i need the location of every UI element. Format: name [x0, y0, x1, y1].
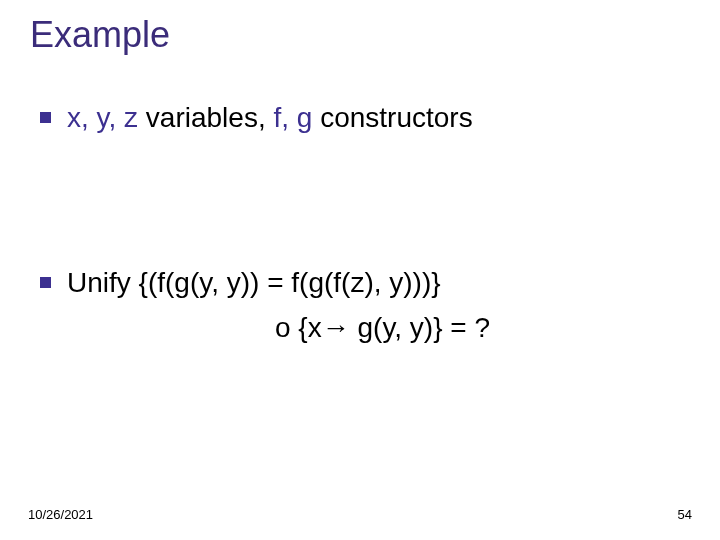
bullet-1-seg4: constructors: [312, 102, 472, 133]
bullet-1-cons: f, g: [273, 102, 312, 133]
slide: Example x, y, z variables, f, g construc…: [0, 0, 720, 540]
bullet-1-seg2: variables,: [138, 102, 273, 133]
slide-title: Example: [30, 14, 170, 56]
bullet-item-2: Unify {(f(g(y, y)) = f(g(f(z), y)))}: [40, 265, 680, 300]
bullet-2-line2: o {x→ g(y, y)} = ?: [275, 310, 680, 345]
footer-page-number: 54: [678, 507, 692, 522]
bullet-item-1: x, y, z variables, f, g constructors: [40, 100, 680, 135]
slide-body: x, y, z variables, f, g constructors Uni…: [40, 100, 680, 345]
footer-date: 10/26/2021: [28, 507, 93, 522]
bullet-1-vars: x, y, z: [67, 102, 138, 133]
square-bullet-icon: [40, 277, 51, 288]
square-bullet-icon: [40, 112, 51, 123]
bullet-1-text: x, y, z variables, f, g constructors: [67, 100, 473, 135]
bullet-2-line1: Unify {(f(g(y, y)) = f(g(f(z), y)))}: [67, 265, 441, 300]
